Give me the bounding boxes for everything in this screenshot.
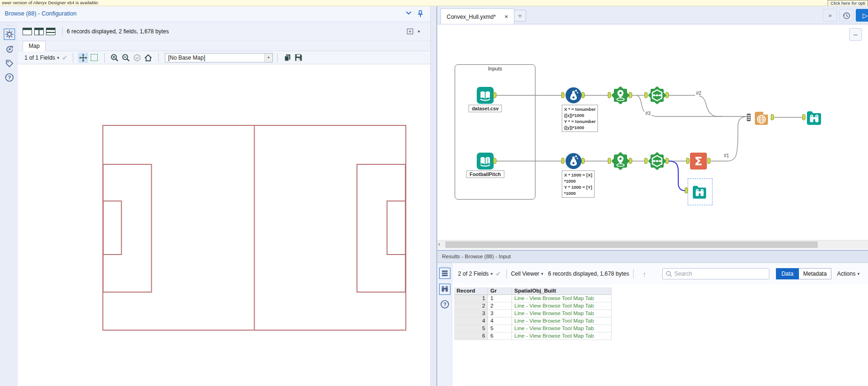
- data-view-button[interactable]: Data: [776, 268, 799, 279]
- table-cell: Line - View Browse Tool Map Tab: [512, 295, 612, 302]
- grid-view-icon[interactable]: [439, 268, 450, 279]
- panel-splitter[interactable]: [431, 6, 437, 386]
- settings-gear-icon[interactable]: [4, 29, 15, 40]
- tool-formula-1[interactable]: [565, 87, 582, 104]
- tool-poly-build-1[interactable]: [648, 86, 666, 104]
- tool-browse-map[interactable]: [806, 109, 822, 126]
- help-icon[interactable]: ?: [439, 299, 450, 310]
- cell-viewer-button[interactable]: Cell Viewer: [511, 270, 539, 277]
- workflow-canvas[interactable]: Inputs dataset.csv: [437, 24, 868, 240]
- tool-annotation[interactable]: FootballPitch: [466, 170, 504, 178]
- table-row[interactable]: 33Line - View Browse Tool Map Tab: [454, 310, 612, 317]
- open-new-window-button[interactable]: ▾: [406, 28, 422, 35]
- table-row[interactable]: 55Line - View Browse Tool Map Tab: [454, 325, 612, 332]
- results-table: Record Gr SpatialObj_Built 11Line - View…: [454, 287, 612, 340]
- column-header-spatialobj[interactable]: SpatialObj_Built: [512, 287, 612, 295]
- metadata-view-button[interactable]: Metadata: [799, 268, 831, 279]
- output-anchor[interactable]: [493, 158, 496, 164]
- apply-check-icon[interactable]: ✔: [62, 54, 68, 62]
- table-row[interactable]: 44Line - View Browse Tool Map Tab: [454, 317, 612, 325]
- canvas-horizontal-scrollbar[interactable]: ‹: [437, 240, 868, 249]
- chevron-down-icon[interactable]: [406, 11, 411, 15]
- fields-selector[interactable]: 1 of 1 Fields: [24, 54, 55, 61]
- zoom-selection-icon[interactable]: [132, 53, 142, 63]
- output-anchor[interactable]: [771, 114, 774, 120]
- search-input[interactable]: [674, 270, 759, 277]
- output-anchor[interactable]: [666, 158, 669, 164]
- layout-horizontal-split-icon[interactable]: [46, 28, 55, 35]
- alteryx-designer-window: ewer version of Alteryx Designer x64 is …: [0, 0, 868, 386]
- tag-icon[interactable]: [4, 58, 15, 69]
- scroll-left-arrow-icon[interactable]: ‹: [438, 241, 440, 247]
- up-arrow-icon[interactable]: ↑: [643, 270, 646, 278]
- history-icon[interactable]: [839, 9, 853, 22]
- tool-annotation[interactable]: dataset.csv: [468, 105, 502, 112]
- input-anchor[interactable]: [802, 114, 806, 120]
- input-anchor[interactable]: [644, 158, 648, 164]
- select-marquee-icon[interactable]: [89, 53, 100, 63]
- input-anchor[interactable]: [608, 92, 611, 98]
- table-row[interactable]: 22Line - View Browse Tool Map Tab: [454, 302, 612, 310]
- pin-icon[interactable]: [417, 10, 424, 18]
- layout-vertical-split-icon[interactable]: [34, 28, 44, 35]
- copy-icon[interactable]: [282, 53, 293, 63]
- binoculars-icon[interactable]: [439, 284, 450, 295]
- workflow-tab[interactable]: Convex_Hull.yxmd* ✕: [441, 8, 514, 24]
- actions-menu-button[interactable]: Actions▾: [837, 270, 861, 277]
- base-map-select[interactable]: [No Base Map] ▾: [165, 53, 273, 62]
- tool-annotation[interactable]: X * 1000 = [X]*1000Y * 1000 = [Y]*1000: [562, 170, 595, 198]
- tool-annotation[interactable]: X * = tonumber([x])*1000Y * = tonumber([…: [562, 105, 598, 132]
- output-anchor[interactable]: [666, 92, 669, 98]
- input-anchor[interactable]: [608, 158, 611, 164]
- run-workflow-button[interactable]: ▷: [856, 9, 868, 22]
- zoom-in-icon[interactable]: [109, 53, 120, 63]
- output-anchor[interactable]: [629, 158, 632, 164]
- zoom-out-icon[interactable]: [121, 53, 131, 63]
- output-anchor[interactable]: [581, 158, 585, 164]
- input-anchor[interactable]: [561, 158, 565, 164]
- tool-report-map[interactable]: [752, 109, 770, 126]
- tool-input-footballpitch[interactable]: [477, 153, 494, 170]
- column-header-record[interactable]: Record: [454, 287, 488, 295]
- tool-summarize[interactable]: Σ: [690, 153, 707, 170]
- layout-single-pane-icon[interactable]: [23, 28, 32, 35]
- tool-formula-2[interactable]: [565, 153, 582, 170]
- multi-input-anchor[interactable]: [747, 114, 751, 121]
- apply-check-icon[interactable]: ✔: [496, 270, 501, 278]
- fields-selector[interactable]: 2 of 2 Fields: [458, 270, 488, 277]
- tool-input-dataset[interactable]: [477, 87, 494, 104]
- table-row[interactable]: 66Line - View Browse Tool Map Tab: [454, 332, 612, 340]
- output-anchor[interactable]: [493, 92, 496, 98]
- drag-handle-dots[interactable]: ∙∙∙: [7, 23, 12, 28]
- input-anchor[interactable]: [685, 187, 688, 193]
- config-panel-title: Browse (88) - Configuration: [5, 10, 77, 17]
- home-zoom-icon[interactable]: [143, 53, 154, 63]
- overflow-chevrons-button[interactable]: »: [823, 9, 837, 22]
- output-anchor[interactable]: [581, 92, 585, 98]
- input-anchor[interactable]: [686, 158, 690, 164]
- results-table-body: 11Line - View Browse Tool Map Tab22Line …: [454, 295, 612, 340]
- pan-tool-icon[interactable]: [78, 53, 88, 63]
- collapse-panel-button[interactable]: –: [849, 28, 862, 41]
- configuration-header: Browse (88) - Configuration: [0, 6, 430, 22]
- tool-create-points-1[interactable]: [612, 86, 629, 104]
- output-anchor[interactable]: [707, 158, 711, 164]
- close-icon[interactable]: ✕: [504, 14, 508, 19]
- column-header-gr[interactable]: Gr: [488, 287, 512, 295]
- tool-browse-selected[interactable]: [692, 184, 708, 200]
- chevron-down-icon[interactable]: ▾: [264, 54, 272, 62]
- tool-poly-build-2[interactable]: [648, 152, 666, 170]
- table-row[interactable]: 11Line - View Browse Tool Map Tab: [454, 295, 612, 302]
- new-workflow-tab-button[interactable]: +: [514, 10, 526, 22]
- scrollbar-thumb[interactable]: [445, 241, 818, 248]
- output-anchor[interactable]: [629, 92, 632, 98]
- update-options-button[interactable]: Click here for opti: [828, 0, 868, 6]
- tool-create-points-2[interactable]: [612, 152, 629, 170]
- save-icon[interactable]: [294, 53, 304, 63]
- tab-map[interactable]: Map: [23, 41, 46, 51]
- input-anchor[interactable]: [644, 92, 648, 98]
- input-anchor[interactable]: [561, 92, 565, 98]
- map-view[interactable]: [18, 64, 430, 386]
- refresh-icon[interactable]: [4, 44, 15, 55]
- help-icon[interactable]: ?: [4, 72, 15, 83]
